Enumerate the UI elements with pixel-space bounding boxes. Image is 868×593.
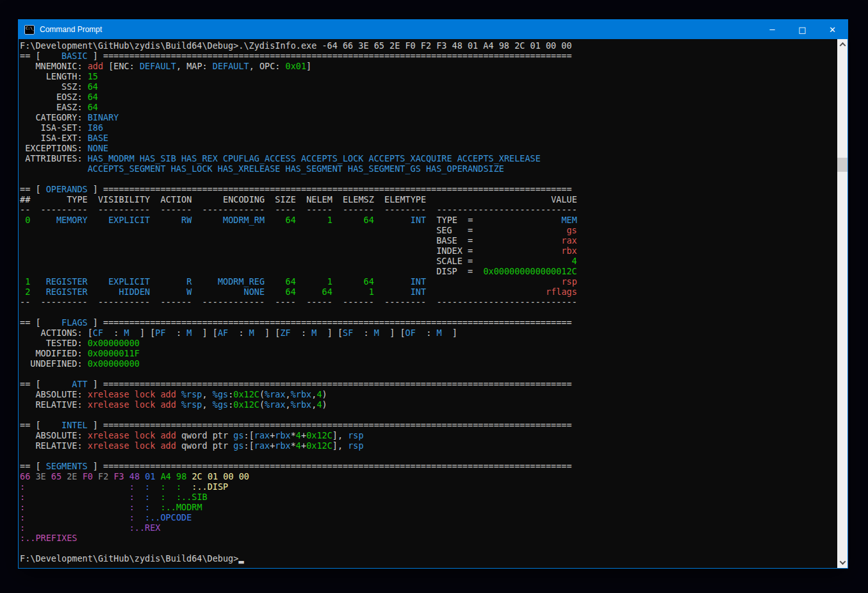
terminal-line: UNDEFINED: 0x00000000 bbox=[20, 358, 837, 369]
terminal-line: : : : : :..SIB bbox=[20, 492, 837, 502]
terminal-line: BASE = rax bbox=[20, 235, 837, 246]
terminal-line: EASZ: 64 bbox=[20, 102, 837, 112]
terminal-line: F:\Development\GitHub\zydis\Build64\Debu… bbox=[20, 553, 837, 564]
terminal-line: : : :..OPCODE bbox=[20, 512, 837, 522]
window-title: Command Prompt bbox=[40, 25, 102, 34]
titlebar[interactable]: C:\_ Command Prompt ─ □ ✕ bbox=[19, 20, 848, 39]
terminal-line: CATEGORY: BINARY bbox=[20, 112, 837, 122]
terminal-line: DISP = 0x000000000000012C bbox=[20, 266, 837, 276]
terminal-line: -- --------- ---------- ------ ---------… bbox=[20, 297, 837, 307]
terminal-line: MNEMONIC: add [ENC: DEFAULT, MAP: DEFAUL… bbox=[20, 61, 837, 71]
terminal-line: ACTIONS: [CF : M ] [PF : M ] [AF : M ] [… bbox=[20, 328, 837, 338]
minimize-button[interactable]: ─ bbox=[757, 20, 787, 39]
terminal-line: : :..REX bbox=[20, 522, 837, 533]
scroll-down-button[interactable] bbox=[837, 557, 848, 568]
maximize-button[interactable]: □ bbox=[787, 20, 817, 39]
terminal-line: TESTED: 0x00000000 bbox=[20, 338, 837, 348]
terminal-line: SSZ: 64 bbox=[20, 81, 837, 92]
terminal-line: 0 MEMORY EXPLICIT RW MODRM_RM 64 1 64 IN… bbox=[20, 215, 837, 225]
terminal-line: ISA-EXT: BASE bbox=[20, 133, 837, 143]
scrollbar-thumb[interactable] bbox=[837, 158, 848, 172]
terminal-line bbox=[20, 543, 837, 553]
terminal-line: :..PREFIXES bbox=[20, 533, 837, 543]
terminal-line: F:\Development\GitHub\zydis\Build64\Debu… bbox=[20, 40, 837, 51]
terminal-line: EOSZ: 64 bbox=[20, 92, 837, 102]
terminal-line: 1 REGISTER EXPLICIT R MODRM_REG 64 1 64 … bbox=[20, 276, 837, 287]
terminal-line: SCALE = 4 bbox=[20, 256, 837, 266]
terminal-line: EXCEPTIONS: NONE bbox=[20, 143, 837, 153]
terminal-line: INDEX = rbx bbox=[20, 246, 837, 256]
scroll-up-button[interactable] bbox=[837, 39, 848, 50]
terminal-line: -- --------- ---------- ------ ---------… bbox=[20, 205, 837, 215]
terminal-output[interactable]: F:\Development\GitHub\zydis\Build64\Debu… bbox=[19, 39, 837, 568]
terminal-line: RELATIVE: xrelease lock add qword ptr gs… bbox=[20, 440, 837, 451]
terminal-line: SEG = gs bbox=[20, 225, 837, 235]
terminal-line: ABSOLUTE: xrelease lock add %rsp, %gs:0x… bbox=[20, 389, 837, 399]
command-prompt-window: C:\_ Command Prompt ─ □ ✕ F:\Development… bbox=[18, 19, 848, 569]
terminal-line: == [ ATT ] =============================… bbox=[20, 379, 837, 389]
terminal-line: : : : :..MODRM bbox=[20, 502, 837, 512]
terminal-line bbox=[20, 174, 837, 184]
terminal-line bbox=[20, 410, 837, 420]
terminal-line: ## TYPE VISIBILITY ACTION ENCODING SIZE … bbox=[20, 194, 837, 205]
terminal-line bbox=[20, 307, 837, 317]
terminal-line: LENGTH: 15 bbox=[20, 71, 837, 81]
terminal-line bbox=[20, 369, 837, 379]
terminal-line: 66 3E 65 2E F0 F2 F3 48 01 A4 98 2C 01 0… bbox=[20, 471, 837, 481]
terminal-line: ISA-SET: I86 bbox=[20, 122, 837, 133]
terminal-line: ABSOLUTE: xrelease lock add qword ptr gs… bbox=[20, 430, 837, 440]
terminal-line: == [ FLAGS ] ===========================… bbox=[20, 317, 837, 328]
terminal-line: == [ OPERANDS ] ========================… bbox=[20, 184, 837, 194]
console-area: F:\Development\GitHub\zydis\Build64\Debu… bbox=[19, 39, 848, 568]
close-button[interactable]: ✕ bbox=[817, 20, 848, 39]
chevron-up-icon bbox=[839, 42, 846, 49]
terminal-line: 2 REGISTER HIDDEN W NONE 64 64 1 INT rfl… bbox=[20, 287, 837, 297]
terminal-line: : : : : : :..DISP bbox=[20, 481, 837, 492]
terminal-line: ATTRIBUTES: HAS_MODRM HAS_SIB HAS_REX CP… bbox=[20, 153, 837, 163]
terminal-line: RELATIVE: xrelease lock add %rsp, %gs:0x… bbox=[20, 399, 837, 410]
terminal-line: ACCEPTS_SEGMENT HAS_LOCK HAS_XRELEASE HA… bbox=[20, 163, 837, 174]
window-controls: ─ □ ✕ bbox=[757, 20, 848, 39]
terminal-line: == [ BASIC ] ===========================… bbox=[20, 51, 837, 61]
chevron-down-icon bbox=[839, 558, 846, 565]
terminal-line: MODIFIED: 0x0000011F bbox=[20, 348, 837, 358]
cmd-icon[interactable]: C:\_ bbox=[24, 25, 35, 35]
scrollbar[interactable] bbox=[837, 39, 848, 568]
terminal-line bbox=[20, 451, 837, 461]
terminal-line: == [ INTEL ] ===========================… bbox=[20, 420, 837, 430]
terminal-line: == [ SEGMENTS ] ========================… bbox=[20, 461, 837, 471]
